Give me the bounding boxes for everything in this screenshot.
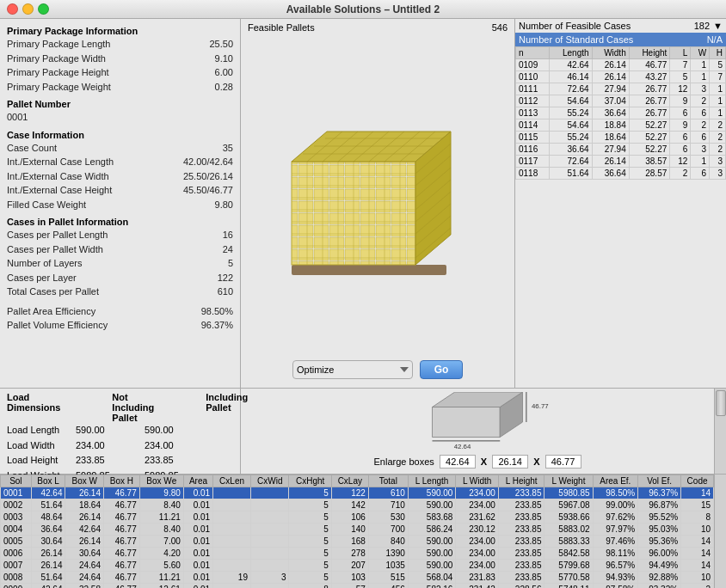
table-row[interactable]: 000251.6418.6446.778.400.015142710590.00…: [1, 499, 714, 511]
table-cell: 3: [250, 572, 289, 584]
table-row[interactable]: 000348.6426.1446.7711.210.015106530583.6…: [1, 511, 714, 524]
enlarge-box-3d: 42.64 46.77: [400, 392, 555, 452]
cases-arrow-icon[interactable]: ▼: [713, 21, 723, 31]
optimize-select[interactable]: Optimize: [292, 360, 413, 379]
cases-table-cell: 18.84: [592, 119, 629, 132]
load-dim-no-pallet: 234.00: [76, 438, 145, 454]
table-row[interactable]: 000436.6442.6446.778.400.015140700586.24…: [1, 524, 714, 536]
enlarge-label: Enlarge boxes: [373, 456, 434, 467]
pkg-length-value: 25.50: [209, 37, 233, 52]
cases-table-cell: 26.14: [592, 156, 629, 168]
cases-header: Number of Feasible Cases 182 ▼: [515, 19, 726, 33]
cases-table[interactable]: n Length Width Height L W H 010942.6426.…: [515, 46, 726, 388]
scrollbar-thumb[interactable]: [716, 390, 726, 416]
case-info-title: Case Information: [7, 130, 233, 140]
table-cell: 0.01: [183, 487, 212, 499]
cases-table-row[interactable]: 011355.2436.6426.77661: [516, 107, 726, 119]
primary-package-info-title: Primary Package Information: [7, 26, 233, 36]
col-n: n: [516, 47, 550, 59]
cases-table-row[interactable]: 011254.6437.0426.77921: [516, 95, 726, 107]
table-cell: [250, 536, 289, 548]
window-title: Available Solutions – Untitled 2: [286, 3, 440, 15]
enlarge-controls: Enlarge boxes 42.64 X 26.14 X 46.77: [372, 453, 582, 470]
cases-table-cell: 1: [691, 59, 710, 71]
table-cell: 26.14: [65, 511, 104, 524]
pallet-number-title: Pallet Number: [7, 99, 233, 109]
cases-table-row[interactable]: 011172.6427.9426.771231: [516, 83, 726, 95]
table-cell: 46.77: [103, 524, 139, 536]
table-cell: 95.03%: [638, 524, 681, 536]
cases-table-cell: 0115: [516, 132, 550, 144]
cases-table-cell: 0110: [516, 71, 550, 83]
table-cell: 583.68: [408, 511, 456, 524]
minimize-button[interactable]: [22, 3, 34, 15]
table-cell: 590.00: [408, 548, 456, 560]
col-box-l: Box L: [31, 475, 65, 487]
table-cell: 26.14: [31, 560, 65, 572]
table-cell: 95.36%: [638, 536, 681, 548]
table-cell: 8.40: [139, 524, 183, 536]
cases-table-cell: 51.64: [549, 168, 592, 180]
table-cell: 93.32%: [638, 584, 681, 589]
table-cell: 515: [368, 572, 408, 584]
table-cell: 51.64: [31, 572, 65, 584]
cases-table-cell: 9: [670, 95, 691, 107]
right-scrollbar-enlarge[interactable]: [714, 389, 726, 474]
table-cell: 46.77: [103, 584, 139, 589]
table-cell: [213, 487, 251, 499]
cases-table-cell: 26.14: [592, 71, 629, 83]
table-row[interactable]: 000942.6432.5846.7712.610.01857456582.16…: [1, 584, 714, 589]
cases-table-row[interactable]: 011555.2418.6452.27662: [516, 132, 726, 144]
load-dim-label: Load Length: [7, 423, 76, 438]
table-cell: 582.16: [408, 584, 456, 589]
table-cell: 96.00%: [638, 548, 681, 560]
cases-table-cell: 3: [691, 144, 710, 156]
col-cxwid: CxWid: [250, 475, 289, 487]
table-row[interactable]: 000626.1430.6446.774.200.0152781390590.0…: [1, 548, 714, 560]
traffic-lights: [7, 3, 49, 15]
num-standard-cases-value: N/A: [707, 34, 723, 45]
load-dim-no-pallet: 590.00: [76, 423, 145, 438]
table-cell: 207: [331, 560, 368, 572]
maximize-button[interactable]: [38, 3, 49, 15]
info-row: Cases per Pallet Length 16: [7, 228, 233, 242]
table-cell: 96.57%: [593, 560, 638, 572]
table-cell: 234.00: [456, 499, 498, 511]
col-total: Total: [368, 475, 408, 487]
cases-table-row[interactable]: 011046.1426.1443.27517: [516, 71, 726, 83]
data-table-scrollbar[interactable]: [714, 475, 726, 588]
close-button[interactable]: [7, 3, 18, 15]
bottom-info: Load Dimensions Not Including Pallet Inc…: [0, 389, 726, 475]
cases-table-row[interactable]: 010942.6426.1446.77715: [516, 59, 726, 71]
table-row[interactable]: 000851.6424.6446.7711.210.01193510351556…: [1, 572, 714, 584]
col-vol-ef: Vol Ef.: [638, 475, 681, 487]
table-cell: 5967.08: [544, 499, 593, 511]
table-row[interactable]: 000142.6426.1446.779.800.015122610590.00…: [1, 487, 714, 499]
cases-table-cell: 2: [670, 168, 691, 180]
pkg-weight-value: 0.28: [215, 80, 233, 95]
case-weight: 9.80: [215, 198, 233, 212]
table-cell: 2: [681, 584, 714, 589]
cases-table-row[interactable]: 011772.6426.1438.571213: [516, 156, 726, 168]
col-cxlay: CxLay: [331, 475, 368, 487]
load-dim-with-pallet: 590.00: [145, 423, 213, 438]
cases-table-row[interactable]: 011851.6436.6428.57263: [516, 168, 726, 180]
table-row[interactable]: 000530.6426.1446.777.000.015168840590.00…: [1, 536, 714, 548]
table-cell: [213, 511, 251, 524]
table-row[interactable]: 000726.1424.6446.775.600.0152071035590.0…: [1, 560, 714, 572]
table-cell: [250, 499, 289, 511]
cases-table-row[interactable]: 011636.6427.9452.27632: [516, 144, 726, 156]
info-row: Primary Package Height 6.00: [7, 65, 233, 80]
table-cell: 568.04: [408, 572, 456, 584]
cases-table-cell: 7: [710, 71, 726, 83]
table-cell: 456: [368, 584, 408, 589]
cases-table-cell: 9: [670, 119, 691, 132]
table-cell: 5: [289, 499, 331, 511]
col-l-height: L Height: [498, 475, 544, 487]
data-table-container[interactable]: Sol Box L Box W Box H Box We Area CxLen …: [0, 475, 714, 588]
cases-table-row[interactable]: 011454.6418.8452.27922: [516, 119, 726, 132]
go-button[interactable]: Go: [420, 360, 463, 379]
cases-table-cell: 37.04: [592, 95, 629, 107]
pkg-weight-label: Primary Package Weight: [7, 80, 111, 95]
area-efficiency: 98.50%: [201, 304, 233, 319]
